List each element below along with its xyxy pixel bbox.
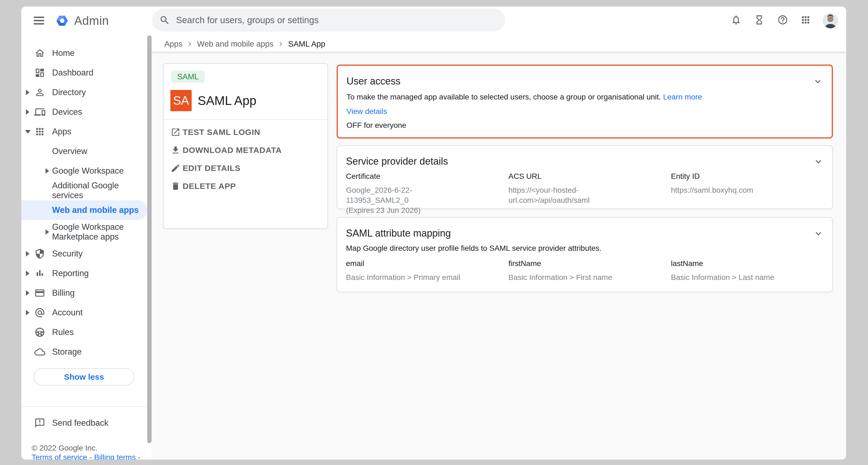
sidebar-item-reporting[interactable]: Reporting <box>21 264 147 283</box>
breadcrumb: Apps Web and mobile apps SAML App <box>152 36 846 52</box>
delete-app-button[interactable]: DELETE APP <box>163 177 328 195</box>
service-provider-fields: Certificate Google_2026-6-22-113953_SAML… <box>346 172 824 215</box>
app-summary-card: SAML SA SAML App TEST SAML LOGIN DOWNLOA… <box>163 63 328 229</box>
sidebar-item-additional-google-services[interactable]: Additional Google services <box>21 181 147 200</box>
sidebar-item-label: Google Workspace <box>52 166 124 176</box>
sidebar-item-billing[interactable]: Billing <box>21 283 147 303</box>
hourglass-icon <box>754 14 765 25</box>
entity-id-field: Entity ID https://saml.boxyhq.com <box>671 172 824 215</box>
search-icon <box>159 15 170 26</box>
sidebar-item-label: Additional Google services <box>52 181 147 200</box>
sidebar-item-google-workspace[interactable]: Google Workspace <box>21 161 147 181</box>
sidebar-item-storage[interactable]: Storage <box>21 342 147 362</box>
wheel-icon <box>34 327 45 338</box>
collapse-attribute-mapping-button[interactable] <box>813 228 824 239</box>
expand-right-icon <box>26 109 29 115</box>
pencil-icon <box>170 163 181 173</box>
sidebar-item-apps[interactable]: Apps <box>21 122 147 142</box>
sidebar-item-label: Billing <box>52 288 75 298</box>
view-details-link[interactable]: View details <box>346 107 387 116</box>
content-area: SAML SA SAML App TEST SAML LOGIN DOWNLOA… <box>152 52 846 460</box>
notifications-button[interactable] <box>731 14 742 25</box>
expand-right-icon <box>26 90 29 95</box>
send-feedback-button[interactable]: Send feedback <box>21 412 147 434</box>
billing-terms-link[interactable]: Billing terms <box>94 453 135 460</box>
sidebar-item-home[interactable]: Home <box>21 43 147 63</box>
sidebar-item-label: Dashboard <box>52 68 94 78</box>
expand-right-icon <box>45 168 49 174</box>
top-app-bar: Admin <box>21 6 846 36</box>
acs-url-field: ACS URL https://<your-hosted-url.com>/ap… <box>508 172 671 215</box>
help-button[interactable] <box>777 14 788 25</box>
trash-icon <box>170 181 181 191</box>
chevron-right-icon <box>277 40 285 48</box>
sidebar-item-label: Account <box>52 308 83 317</box>
tasks-button[interactable] <box>754 14 765 25</box>
certificate-field: Certificate Google_2026-6-22-113953_SAML… <box>346 172 508 215</box>
main-menu-button[interactable] <box>34 15 45 26</box>
learn-more-link[interactable]: Learn more <box>663 93 702 101</box>
send-feedback-label: Send feedback <box>52 418 108 428</box>
collapse-user-access-button[interactable] <box>812 76 823 87</box>
sidebar-footer: Send feedback © 2022 Google Inc. Terms o… <box>21 406 147 460</box>
breadcrumb-apps[interactable]: Apps <box>164 39 182 49</box>
avatar-photo <box>823 13 838 28</box>
sidebar-item-web-and-mobile-apps[interactable]: Web and mobile apps <box>21 200 147 220</box>
sidebar-item-account[interactable]: Account <box>21 303 147 322</box>
attribute-mapping-card: SAML attribute mapping Map Google direct… <box>337 217 833 292</box>
expand-right-icon <box>26 290 29 296</box>
sidebar-item-security[interactable]: Security <box>21 244 147 264</box>
shield-icon <box>34 248 45 259</box>
account-avatar[interactable] <box>823 13 838 28</box>
attribute-mapping-fields: email Basic Information > Primary email … <box>346 259 824 282</box>
collapse-service-provider-button[interactable] <box>813 156 824 167</box>
sidebar-item-label: Rules <box>52 328 73 337</box>
saml-badge: SAML <box>171 71 205 83</box>
app-title: SAML App <box>198 93 256 108</box>
credit-card-icon <box>34 287 45 299</box>
chevron-right-icon <box>186 40 194 48</box>
admin-hexagon-icon <box>55 13 70 28</box>
cloud-icon <box>34 346 45 357</box>
sidebar-item-label: Apps <box>52 127 71 136</box>
sidebar-item-label: Devices <box>52 107 82 117</box>
feedback-icon <box>34 417 45 429</box>
google-apps-button[interactable] <box>800 14 811 25</box>
sidebar-item-directory[interactable]: Directory <box>21 83 147 102</box>
expand-right-icon <box>26 251 29 256</box>
main-pane: Apps Web and mobile apps SAML App SAML S… <box>152 36 846 460</box>
home-icon <box>34 48 45 59</box>
sidebar-item-rules[interactable]: Rules <box>21 322 147 342</box>
search-input[interactable] <box>176 15 505 26</box>
user-access-title: User access <box>346 75 400 87</box>
expand-down-icon <box>25 130 31 133</box>
sidebar-item-label: Directory <box>52 88 86 97</box>
apps-icon <box>34 126 45 137</box>
lastname-mapping: lastName Basic Information > Last name <box>671 259 824 282</box>
apps-grid-icon <box>800 14 811 25</box>
sidebar-item-apps-overview[interactable]: Overview <box>21 142 147 161</box>
app-tile-initials: SA <box>170 90 192 111</box>
breadcrumb-web-and-mobile-apps[interactable]: Web and mobile apps <box>197 39 273 49</box>
admin-logo: Admin <box>55 12 109 29</box>
person-icon <box>34 87 45 98</box>
expand-right-icon <box>45 229 49 235</box>
search-bar[interactable] <box>152 8 505 32</box>
edit-details-button[interactable]: EDIT DETAILS <box>163 159 328 177</box>
user-access-card: User access To make the managed app avai… <box>337 65 833 138</box>
sidebar-item-devices[interactable]: Devices <box>21 102 147 122</box>
divider <box>163 119 328 120</box>
bell-icon <box>731 14 742 25</box>
user-access-status: OFF for everyone <box>346 121 406 130</box>
sidebar-item-marketplace-apps[interactable]: Google Workspace Marketplace apps <box>21 220 147 244</box>
sidebar-scrollbar-thumb[interactable] <box>147 35 152 443</box>
sidebar-item-label: Security <box>52 249 83 259</box>
terms-of-service-link[interactable]: Terms of service <box>32 453 87 460</box>
test-saml-login-button[interactable]: TEST SAML LOGIN <box>163 123 328 141</box>
download-metadata-button[interactable]: DOWNLOAD METADATA <box>163 141 328 159</box>
sidebar-item-label: Overview <box>52 146 87 156</box>
show-less-button[interactable]: Show less <box>34 368 134 386</box>
sidebar-item-label: Reporting <box>52 269 89 278</box>
copyright-text: © 2022 Google Inc. <box>32 444 98 453</box>
sidebar-item-dashboard[interactable]: Dashboard <box>21 63 147 83</box>
